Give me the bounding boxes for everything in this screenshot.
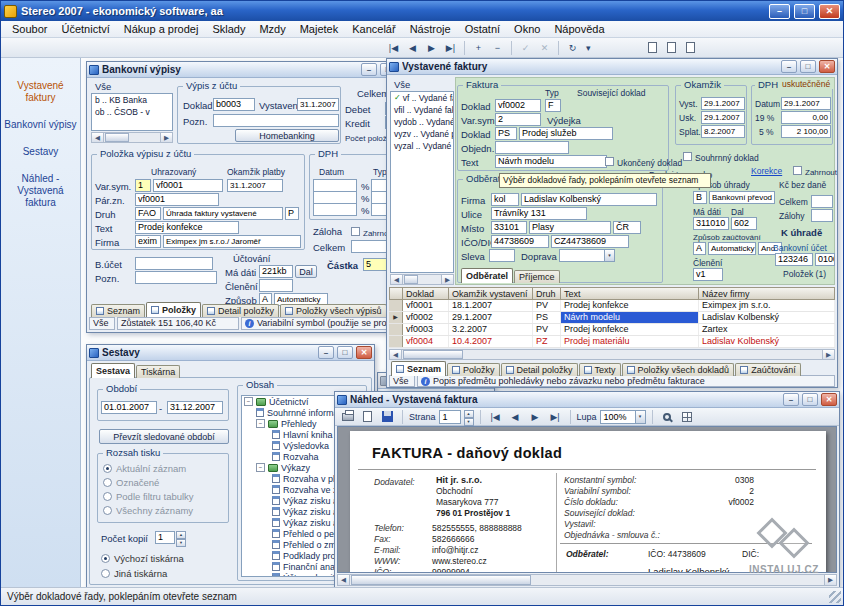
series-scrollbar[interactable]: ◀ ▶ [390,274,454,285]
scroll-right-button[interactable]: ▶ [822,350,834,359]
madati-field[interactable]: 221kb [259,265,293,278]
invoice-varsym-field[interactable]: 2 [495,113,541,126]
print-range-radio[interactable]: Označené [103,475,225,489]
scroll-left-button[interactable]: ◀ [390,350,402,359]
spin-up-icon[interactable]: ▲ [176,531,186,539]
take-period-button[interactable]: Převzít sledované období [99,429,229,444]
invoices-tab[interactable]: Položky [447,363,500,376]
reports-window-titlebar[interactable]: Sestavy – □ ✕ [87,345,374,361]
dropdown-icon[interactable]: ▾ [635,411,645,423]
refresh-button[interactable]: ↻ [564,40,581,56]
page-spinner[interactable]: ▲▼ [464,410,474,424]
preview-close-button[interactable]: ✕ [821,393,837,406]
col-druh[interactable]: Druh [533,287,561,300]
usk-field[interactable]: 29.1.2007 [701,111,745,124]
korekce-link[interactable]: Korekce [751,166,782,177]
menu-item[interactable]: Soubor [5,22,54,36]
sidebar-item[interactable]: Náhled - Vystavená faktura [4,173,77,209]
period-to-field[interactable]: 31.12.2007 [167,401,223,414]
cell-firma[interactable]: Ladislav Kolbenský [699,336,835,347]
scroll-right-button[interactable]: ▶ [824,575,836,585]
dph-datum-field[interactable]: 29.1.2007 [781,97,831,110]
cell-datum[interactable]: 3.2.2007 [449,324,533,335]
reports-tab[interactable]: Tiskárna [136,365,180,378]
menu-item[interactable]: Mzdy [252,22,292,36]
cell-text[interactable]: Prodej konfekce [561,300,699,311]
bank-tab[interactable]: Položky [146,302,201,317]
firma-code-field[interactable]: exim [135,235,161,248]
menu-item[interactable]: Majetek [293,22,346,36]
nav-first-button[interactable]: |◀ [385,40,402,56]
odberatel-tab[interactable]: Odběratel [461,268,513,283]
zahrnout-checkbox[interactable] [351,227,360,236]
cell-doklad[interactable]: vf0003 [403,324,449,335]
bank-tab[interactable]: Položky všech výpisů [280,304,387,317]
reports-tab[interactable]: Sestava [91,363,135,378]
dph-date-field[interactable] [313,203,357,216]
invoice-row[interactable]: vf0001 18.1.2007 PV Prodej konfekce Exim… [389,300,835,312]
print-range-radio[interactable]: Všechny záznamy [103,503,225,517]
celkem-field[interactable] [811,195,833,208]
nav-last-button[interactable]: ▶| [442,40,459,56]
cleneni-field[interactable]: v1 [693,268,723,281]
invoices-tab[interactable]: Detail položky [501,363,578,376]
vyst-field[interactable]: 29.1.2007 [701,97,745,110]
cell-doklad[interactable]: vf0004 [403,336,449,347]
sheet-icon[interactable] [644,40,661,55]
next-page-button[interactable]: ▶ [527,409,544,425]
scroll-thumb[interactable] [404,275,418,284]
sheet-icon[interactable] [663,40,680,55]
sidebar-item[interactable]: Sestavy [4,146,77,158]
invoice-typ-field[interactable]: F [545,99,561,112]
sidebar-item[interactable]: Bankovní výpisy [4,119,77,131]
homebanking-button[interactable]: Homebanking [235,129,339,142]
cell-druh[interactable]: PZ [533,336,561,347]
zoom-tool-button[interactable] [659,409,676,424]
last-page-button[interactable]: ▶| [547,409,564,425]
dph-5-field[interactable]: 2 100,00 [781,125,831,138]
cell-firma[interactable]: Ladislav Kolbenský [699,312,835,323]
cell-datum[interactable]: 10.4.2007 [449,336,533,347]
reports-close-button[interactable]: ✕ [356,346,372,359]
sidebar-item[interactable]: Vystavené faktury [4,80,77,104]
cell-druh[interactable]: PV [533,324,561,335]
item-pozn-field[interactable] [135,271,217,284]
uhrazovany-field[interactable]: vf0001 [153,179,223,192]
save-button[interactable] [379,409,396,424]
invoice-series-item[interactable]: vf .. Vydané faktura [391,92,453,104]
invoice-series-item[interactable]: vyzal .. Vydané za [391,140,453,152]
invoice-series-item[interactable]: vfil .. Vydané fakt [391,104,453,116]
prijemce-tab[interactable]: Příjemce [514,270,560,283]
invoices-close-button[interactable]: ✕ [819,60,835,73]
zoom-level-combo[interactable]: 100%▾ [600,410,646,424]
uhrada-code-field[interactable]: B [693,191,707,204]
cell-druh[interactable]: PS [533,312,561,323]
cleneni-field[interactable] [259,279,293,292]
print-button[interactable] [339,409,356,424]
menu-item[interactable]: Nákup a prodej [117,22,206,36]
nav-prev-button[interactable]: ◀ [404,40,421,56]
druh-field[interactable]: FAO [135,207,161,220]
cell-doklad[interactable]: vf0002 [403,312,449,323]
spin-down-icon[interactable]: ▼ [464,418,474,426]
scroll-thumb[interactable] [351,575,531,585]
invoice-doklad-field[interactable]: vf0002 [495,99,541,112]
dal-field[interactable]: 602 [731,217,757,230]
nav-next-button[interactable]: ▶ [423,40,440,56]
print-range-radio[interactable]: Podle filtru tabulky [103,489,225,503]
preview-maximize-button[interactable]: □ [802,393,818,406]
bank-accounts-scrollbar[interactable]: ◀ ▶ [91,132,173,143]
invoice-series-item[interactable]: vyzv .. Vydané p [391,128,453,140]
invoices-window-titlebar[interactable]: Vystavené faktury – □ ✕ [387,59,837,75]
page-setup-button[interactable] [359,409,376,424]
zauct-text-field[interactable]: Automaticky [708,242,756,255]
cell-text-selected[interactable]: Návrh modelu [561,312,699,323]
scroll-track[interactable] [464,350,822,359]
invoice-row[interactable]: vf0003 3.2.2007 PV Prodej konfekce Zarte… [389,324,835,336]
col-okamzik[interactable]: Okamžik vystavení [449,287,533,300]
firma-code-field[interactable]: kol [491,193,519,206]
refresh-dropdown-button[interactable]: ▾ [583,40,594,56]
scroll-track[interactable] [419,275,441,284]
sheet-icon[interactable] [682,40,699,55]
doprava-field[interactable]: ▾ [559,249,615,262]
